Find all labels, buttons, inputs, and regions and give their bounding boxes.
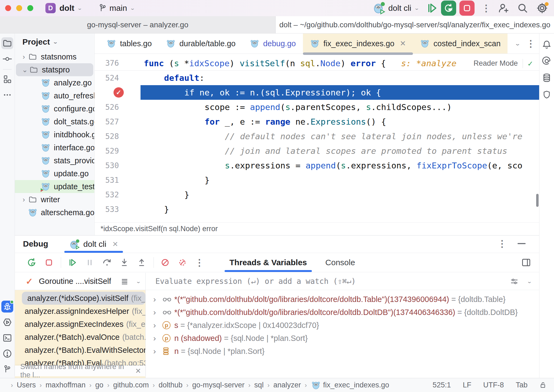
chevron-collapsed-icon[interactable]: ›: [153, 347, 162, 356]
vcs-branch-widget[interactable]: main ⌄: [99, 4, 135, 13]
stack-frame[interactable]: analyzer.assignExecIndexes(fix_exe: [15, 318, 145, 331]
indent-mode[interactable]: Tab: [516, 381, 528, 389]
tree-item-statsnoms[interactable]: ›statsnoms: [15, 50, 94, 63]
debug-tab-console[interactable]: Console: [316, 253, 364, 272]
tree-item-initdbhook-go[interactable]: initdbhook.go: [15, 128, 94, 141]
structure-tool-button[interactable]: [1, 73, 13, 85]
watch-row[interactable]: ›*(*"github.com/dolthub/dolt/go/librarie…: [146, 293, 539, 306]
tree-item-update-go[interactable]: update.go: [15, 167, 94, 180]
code-line[interactable]: 529// join and lateral scopes are promot…: [95, 144, 539, 158]
stack-frame[interactable]: analyzer.(*Batch).evalOnce(batch.g: [15, 331, 145, 344]
variable-row[interactable]: ›n = {sql.Node | *plan.Sort}: [146, 345, 539, 358]
breadcrumb-segment[interactable]: maxhoffman: [46, 381, 86, 389]
step-over-button[interactable]: [100, 255, 114, 270]
stop-debug-button[interactable]: [42, 255, 56, 270]
rerun-debug-button[interactable]: [441, 1, 456, 16]
editor-tab-durable-table-go[interactable]: durable/table.go: [159, 34, 243, 54]
watch-row[interactable]: ›*(*"github.com/dolthub/dolt/go/librarie…: [146, 306, 539, 319]
evaluate-expression-bar[interactable]: Evaluate expression (↵) or add a watch (…: [146, 273, 539, 290]
close-window-button[interactable]: [5, 5, 11, 11]
code-line[interactable]: 527for _, e := range ne.Expressions() {: [95, 114, 539, 129]
close-icon[interactable]: ✕: [135, 367, 141, 375]
ai-assistant-button[interactable]: [541, 55, 553, 67]
chevron-collapsed-icon[interactable]: ›: [20, 195, 28, 204]
debug-tab-threads-variables[interactable]: Threads & Variables: [220, 253, 316, 272]
debug-tool-button[interactable]: [1, 301, 13, 313]
close-icon[interactable]: ✕: [112, 240, 118, 248]
commit-tool-button[interactable]: [1, 53, 13, 65]
gutter[interactable]: 530: [95, 158, 141, 173]
breadcrumb-segment[interactable]: sql: [254, 381, 264, 389]
code-line[interactable]: 528// default nodes can't see lateral jo…: [95, 129, 539, 144]
zoom-window-button[interactable]: [27, 5, 33, 11]
window-tab-inactive[interactable]: go-mysql-server – analyzer.go: [0, 16, 276, 33]
tree-item-alterschema-go[interactable]: alterschema.go: [15, 206, 94, 219]
breadcrumb-segment[interactable]: go: [95, 381, 104, 389]
breadcrumb-segment[interactable]: github.com: [113, 381, 149, 389]
editor-tab-tables-go[interactable]: tables.go: [99, 34, 159, 54]
gutter[interactable]: 529: [95, 144, 141, 158]
services-tool-button[interactable]: [1, 316, 13, 328]
code-line[interactable]: 530s.expressions = append(s.expressions,…: [95, 158, 539, 173]
breadcrumb-segment[interactable]: go-mysql-server: [192, 381, 245, 389]
breakpoint-icon[interactable]: [114, 87, 124, 98]
editor-scrollbar-thumb[interactable]: [536, 194, 539, 207]
reader-mode-widget[interactable]: Reader Mode ✓: [471, 58, 535, 69]
hidden-tabs-chevron-icon[interactable]: ⌄: [515, 40, 521, 46]
watch-settings-icon[interactable]: [510, 277, 519, 286]
debug-toolbar-kebab[interactable]: ⋮: [195, 257, 204, 268]
unlocked-icon[interactable]: [539, 381, 547, 389]
gutter[interactable]: 531: [95, 173, 141, 187]
line-ending[interactable]: LF: [463, 381, 471, 389]
code-with-me-button[interactable]: [496, 1, 510, 15]
code-line[interactable]: 524default:: [95, 71, 539, 85]
search-everywhere-button[interactable]: [516, 1, 530, 15]
close-icon[interactable]: ✕: [400, 39, 406, 48]
tree-item-interface-go[interactable]: interface.go: [15, 141, 94, 154]
chevron-expanded-icon[interactable]: ⌄: [21, 66, 29, 74]
stop-button[interactable]: [459, 1, 475, 16]
gutter[interactable]: 532: [95, 187, 141, 202]
project-name[interactable]: dolt: [59, 4, 74, 13]
breadcrumb-segment[interactable]: Users: [17, 381, 36, 389]
tree-item-statspro[interactable]: ⌄statspro: [16, 63, 93, 76]
file-encoding[interactable]: UTF-8: [483, 381, 504, 389]
stack-frame[interactable]: analyzer.(*Batch).EvalWithSelector: [15, 344, 145, 357]
code-line[interactable]: 533}: [95, 202, 539, 217]
debug-session-tab[interactable]: dolt cli ✕: [64, 235, 123, 253]
breadcrumb-file[interactable]: fix_exec_indexes.go: [323, 381, 389, 389]
chevron-down-icon[interactable]: ⌄: [136, 279, 141, 284]
gutter[interactable]: 524: [95, 71, 141, 85]
project-tool-button[interactable]: [1, 37, 13, 49]
settings-button[interactable]: [535, 1, 549, 15]
variable-row[interactable]: ›ps = {*analyzer.idxScope | 0x140023dcf7…: [146, 319, 539, 332]
tree-item-stats-provider-go[interactable]: stats_provider.go: [15, 154, 94, 167]
run-config-selector[interactable]: dolt cli ⌄: [373, 2, 419, 15]
step-out-button[interactable]: [135, 255, 149, 270]
code-line[interactable]: 526scope := append(s.parentScopes, s.chi…: [95, 100, 539, 114]
chevron-collapsed-icon[interactable]: ›: [153, 334, 162, 343]
tree-item-dolt-stats-go[interactable]: dolt_stats.go: [15, 115, 94, 128]
chevron-collapsed-icon[interactable]: ›: [153, 308, 162, 317]
variable-row[interactable]: ›pn (shadowed) = {sql.Node | *plan.Sort}: [146, 332, 539, 345]
pause-button[interactable]: [83, 255, 97, 270]
gutter[interactable]: 533: [95, 202, 141, 217]
editor-tab-debug-go[interactable]: debug.go: [243, 34, 303, 54]
chevron-collapsed-icon[interactable]: ›: [153, 295, 162, 304]
problems-tool-button[interactable]: [1, 348, 13, 360]
gutter[interactable]: 527: [95, 114, 141, 129]
chevron-collapsed-icon[interactable]: ›: [20, 53, 28, 61]
terminal-tool-button[interactable]: [1, 332, 13, 344]
gutter[interactable]: [95, 85, 141, 100]
minimize-window-button[interactable]: [16, 5, 22, 11]
resume-button[interactable]: [65, 255, 79, 270]
dependencies-shield-button[interactable]: [541, 89, 553, 101]
code-line[interactable]: 532}: [95, 187, 539, 202]
more-tools-button[interactable]: [1, 89, 13, 101]
stack-frame[interactable]: analyzer.assignIndexesHelper(fix_e: [15, 305, 145, 318]
tree-item-update-test-go[interactable]: update_test.go: [15, 180, 94, 193]
code-line-current[interactable]: if ne, ok := n.(sql.Expressioner); ok {: [95, 85, 539, 100]
hide-tool-window-button[interactable]: [518, 243, 526, 244]
frames-filter-icon[interactable]: [121, 277, 129, 285]
chevron-collapsed-icon[interactable]: ›: [153, 321, 162, 330]
